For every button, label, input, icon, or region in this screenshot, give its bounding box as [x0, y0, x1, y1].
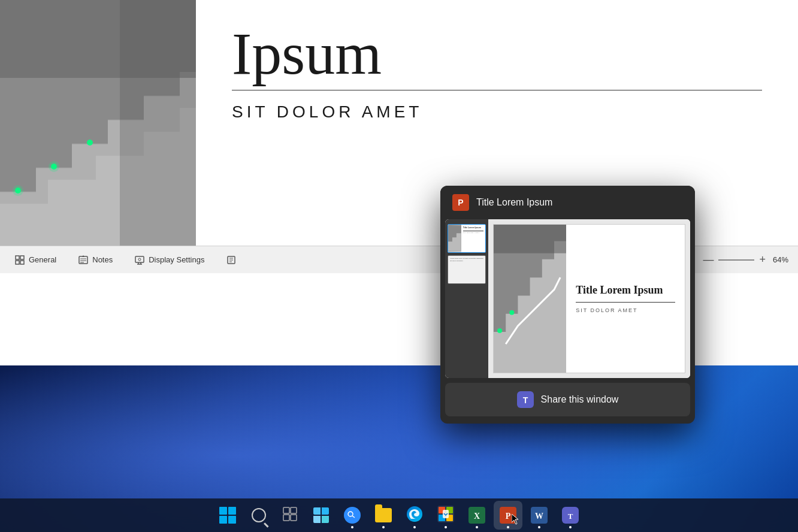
- preview-slide-text: Title Lorem Ipsum SIT DOLOR AMET: [566, 225, 685, 373]
- svg-rect-15: [16, 256, 19, 259]
- svg-rect-44: [283, 515, 289, 521]
- taskbar-dot: [569, 526, 572, 528]
- preview-title: Title Lorem Ipsum: [576, 284, 675, 297]
- preview-subtitle: SIT DOLOR AMET: [576, 307, 675, 313]
- svg-point-38: [509, 310, 514, 315]
- excel-icon: X: [468, 507, 485, 524]
- svg-rect-43: [291, 507, 297, 513]
- svg-point-28: [138, 258, 141, 261]
- taskbar-dot: [476, 526, 478, 528]
- slide-main-title: Ipsum: [232, 24, 762, 84]
- taskbar-dot: [351, 526, 353, 528]
- svg-text:W: W: [535, 512, 543, 521]
- display-settings-icon: [134, 255, 145, 265]
- popup-header: P Title Lorem Ipsum: [440, 186, 695, 219]
- svg-rect-39: [494, 225, 566, 253]
- teams-taskbar-icon: T: [562, 507, 579, 524]
- zoom-controls: — + 64%: [703, 253, 788, 266]
- slide-subtitle: SIT DOLOR AMET: [232, 102, 762, 122]
- preview-divider: [576, 302, 675, 303]
- share-window-button[interactable]: T Share this window: [445, 383, 690, 416]
- general-label: General: [29, 255, 56, 264]
- svg-text:X: X: [474, 512, 480, 521]
- store-icon: [437, 506, 454, 525]
- zoom-percent: 64%: [773, 255, 788, 264]
- svg-marker-61: [512, 514, 518, 524]
- general-button[interactable]: General: [10, 252, 61, 268]
- teams-icon: T: [517, 391, 534, 408]
- svg-rect-18: [20, 261, 24, 264]
- taskbar-word-button[interactable]: W: [525, 501, 554, 530]
- svg-rect-24: [135, 256, 144, 262]
- taskbar-explorer-button[interactable]: [369, 501, 398, 530]
- svg-point-11: [49, 161, 59, 172]
- taskbar-excel-button[interactable]: X: [463, 501, 491, 530]
- zoom-plus[interactable]: +: [759, 253, 766, 266]
- taskbar-dot-active: [507, 526, 509, 528]
- svg-point-9: [13, 185, 23, 196]
- taskbar-search-button[interactable]: [244, 501, 273, 530]
- svg-text:T: T: [568, 512, 573, 521]
- mini-slide-2[interactable]: Lorem ipsum dolor sit amet consectetur a…: [448, 255, 486, 284]
- word-icon: W: [531, 507, 548, 524]
- taskbar-dot: [538, 526, 540, 528]
- taskbar-taskview-button[interactable]: [276, 501, 304, 530]
- svg-rect-17: [16, 261, 19, 264]
- taskbar-widgets-button[interactable]: [307, 501, 335, 530]
- popup-window: P Title Lorem Ipsum Title Lorem Ipsum: [440, 186, 695, 424]
- cursor-overlay: [512, 514, 520, 527]
- notes-label: Notes: [92, 255, 113, 264]
- widgets-icon: [313, 507, 329, 523]
- taskbar-teams-button[interactable]: T: [556, 501, 585, 530]
- mini-slide-1[interactable]: Title Lorem Ipsum SIT DOLOR AMET: [448, 224, 486, 253]
- reading-view-button[interactable]: [221, 252, 241, 268]
- general-icon: [14, 255, 25, 265]
- taskbar-dot: [413, 526, 416, 528]
- svg-text:T: T: [522, 395, 528, 405]
- svg-rect-42: [283, 507, 289, 513]
- svg-rect-16: [20, 256, 24, 259]
- slide-image: [0, 0, 196, 246]
- edge-icon: [406, 506, 423, 525]
- popup-app-icon: P: [452, 194, 469, 211]
- windows-icon: [219, 507, 236, 524]
- search-icon: [252, 508, 266, 522]
- preview-main: Title Lorem Ipsum SIT DOLOR AMET: [488, 219, 690, 378]
- reading-view-icon: [226, 255, 237, 265]
- folder-icon: [375, 508, 392, 522]
- popup-preview: Title Lorem Ipsum SIT DOLOR AMET Lorem i…: [445, 219, 690, 378]
- share-label: Share this window: [541, 394, 619, 405]
- taskbar-edge-button[interactable]: [400, 501, 429, 530]
- taskbar-dot: [382, 526, 385, 528]
- notes-icon: [78, 255, 89, 265]
- svg-text:P: P: [506, 512, 511, 521]
- zoom-minus[interactable]: —: [703, 253, 714, 266]
- taskbar-zoom-button[interactable]: [338, 501, 367, 530]
- slide-divider: [232, 90, 762, 90]
- zoom-slider[interactable]: [718, 259, 754, 261]
- display-settings-button[interactable]: Display Settings: [129, 252, 209, 268]
- zoom-icon: [344, 507, 361, 524]
- mini-slide-panel: Title Lorem Ipsum SIT DOLOR AMET Lorem i…: [445, 219, 488, 378]
- notes-button[interactable]: Notes: [73, 252, 117, 268]
- popup-title: Title Lorem Ipsum: [476, 197, 552, 208]
- taskbar-dot: [445, 526, 447, 528]
- preview-slide: Title Lorem Ipsum SIT DOLOR AMET: [493, 224, 685, 373]
- svg-rect-14: [120, 0, 196, 246]
- taskview-icon: [283, 507, 297, 524]
- taskbar: X P W: [0, 498, 798, 532]
- svg-point-12: [87, 140, 93, 146]
- svg-point-37: [497, 328, 502, 333]
- svg-rect-45: [291, 515, 297, 521]
- status-right: — + 64%: [703, 253, 788, 266]
- taskbar-store-button[interactable]: [431, 501, 460, 530]
- preview-image: [494, 225, 566, 373]
- taskbar-powerpoint-button[interactable]: P: [494, 501, 522, 530]
- taskbar-start-button[interactable]: [213, 501, 242, 530]
- svg-rect-56: [443, 510, 449, 518]
- display-settings-label: Display Settings: [149, 255, 204, 264]
